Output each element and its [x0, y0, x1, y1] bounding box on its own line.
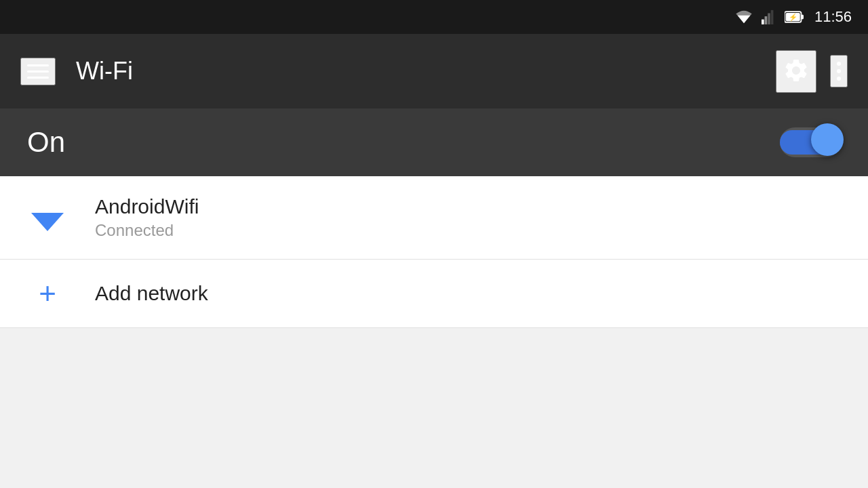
network-item[interactable]: AndroidWifi Connected — [0, 176, 868, 260]
wifi-signal-icon-container — [27, 201, 68, 235]
status-icons: ⚡ 11:56 — [734, 8, 852, 26]
add-network-label: Add network — [95, 282, 208, 305]
wifi-full-signal-icon — [27, 201, 68, 235]
svg-marker-9 — [31, 213, 64, 231]
svg-text:⚡: ⚡ — [789, 13, 798, 22]
wifi-networks-list: AndroidWifi Connected + Add network — [0, 176, 868, 328]
hamburger-menu-button[interactable] — [20, 58, 56, 85]
wifi-toggle-label: On — [27, 126, 65, 159]
status-time: 11:56 — [814, 8, 852, 26]
add-network-item[interactable]: + Add network — [0, 260, 868, 328]
page-title: Wi-Fi — [76, 57, 755, 85]
hamburger-line-2 — [27, 70, 49, 73]
wifi-toggle-switch[interactable] — [780, 127, 841, 157]
network-info: AndroidWifi Connected — [95, 195, 199, 240]
add-network-icon-container: + — [27, 279, 68, 308]
toggle-thumb — [811, 123, 844, 156]
more-options-button[interactable] — [830, 55, 848, 87]
toggle-track — [780, 130, 841, 155]
app-bar-actions — [776, 50, 848, 93]
svg-rect-4 — [771, 10, 774, 24]
svg-rect-2 — [765, 16, 768, 24]
app-bar: Wi-Fi — [0, 34, 868, 108]
hamburger-line-1 — [27, 64, 49, 66]
battery-charging-icon: ⚡ — [785, 9, 804, 24]
status-bar: ⚡ 11:56 — [0, 0, 868, 34]
more-dot-2 — [837, 69, 841, 73]
svg-rect-6 — [801, 15, 804, 20]
gear-icon — [783, 57, 810, 84]
hamburger-line-3 — [27, 77, 49, 79]
more-dot-1 — [837, 62, 841, 66]
network-name: AndroidWifi — [95, 195, 199, 218]
settings-button[interactable] — [776, 50, 816, 93]
plus-icon: + — [27, 279, 68, 308]
wifi-status-icon — [734, 9, 753, 24]
wifi-toggle-row: On — [0, 108, 868, 176]
network-connection-status: Connected — [95, 221, 199, 240]
svg-rect-3 — [768, 14, 770, 25]
svg-rect-1 — [762, 20, 764, 24]
signal-bars-icon — [762, 9, 776, 24]
more-dot-3 — [837, 77, 841, 81]
